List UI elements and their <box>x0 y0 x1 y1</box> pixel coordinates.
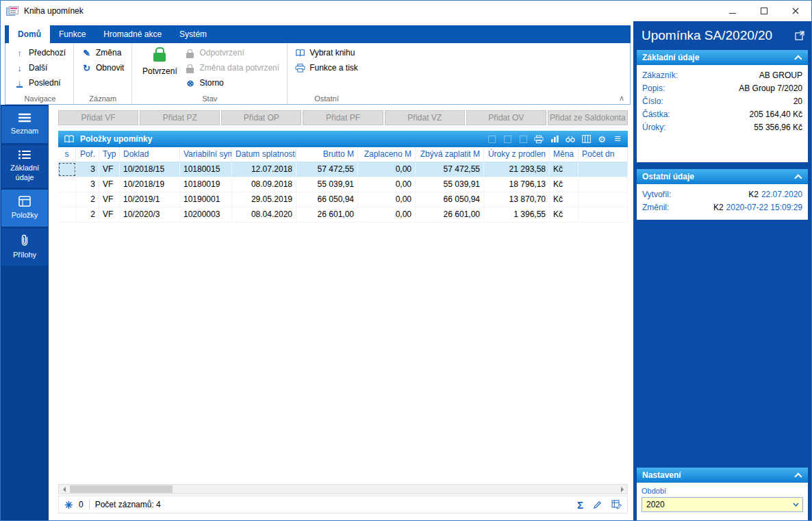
table-cell[interactable]: 10/2020/3 <box>120 207 180 222</box>
vybrat-knihu-button[interactable]: Vybrat knihu <box>292 45 361 60</box>
table-cell[interactable]: VF <box>99 192 120 207</box>
table-cell[interactable] <box>579 177 628 192</box>
table-row[interactable]: 2 VF 10/2020/3 10200003 08.04.2020 26 60… <box>58 207 628 223</box>
obdobi-combobox[interactable]: 2020 <box>642 497 803 512</box>
scrollbar-thumb[interactable] <box>70 485 173 493</box>
table-cell[interactable]: 21 293,58 <box>484 162 550 177</box>
tab-funkce[interactable]: Funkce <box>50 25 94 43</box>
table-cell[interactable]: 66 050,94 <box>416 192 484 207</box>
print-icon[interactable] <box>534 134 544 144</box>
combo-dropdown-button[interactable] <box>789 498 802 511</box>
column-header-zbyva-zaplatit-m[interactable]: Zbývá zaplatit M <box>416 147 484 162</box>
table-cell[interactable]: 3 <box>76 162 99 177</box>
minimize-button[interactable] <box>717 1 748 21</box>
table-cell[interactable]: 0,00 <box>358 207 416 222</box>
horizontal-scrollbar[interactable] <box>58 484 628 494</box>
table-cell[interactable] <box>58 177 76 192</box>
table-cell[interactable]: 3 <box>76 177 99 192</box>
chart-icon[interactable] <box>550 134 559 144</box>
table-cell[interactable]: VF <box>99 177 120 192</box>
table-cell[interactable]: 10180019 <box>180 177 232 192</box>
table-cell[interactable]: 10180015 <box>180 162 232 177</box>
table-cell[interactable]: 10/2018/19 <box>120 177 180 192</box>
table-cell[interactable]: 0,00 <box>358 162 416 177</box>
scroll-right-arrow[interactable] <box>617 485 627 494</box>
predchozi-button[interactable]: ↑ Předchozí <box>12 45 68 60</box>
funkce-a-tisk-button[interactable]: Funkce a tisk <box>292 60 361 75</box>
table-cell[interactable] <box>58 192 76 207</box>
table-row[interactable]: 3 VF 10/2018/19 10180019 08.09.2018 55 0… <box>58 177 628 192</box>
table-cell[interactable]: 29.05.2019 <box>232 192 296 207</box>
table-cell[interactable]: VF <box>99 162 120 177</box>
table-cell[interactable]: Kč <box>550 192 579 207</box>
table-cell[interactable] <box>579 192 628 207</box>
column-header-doklad[interactable]: Doklad <box>120 147 180 162</box>
column-header-uroky-z-prodleni[interactable]: Úroky z prodlen <box>484 147 550 162</box>
sum-icon[interactable]: Σ <box>577 499 583 511</box>
table-cell[interactable] <box>58 207 76 222</box>
column-header-variabilni-symbol[interactable]: Variabilní sym <box>180 147 232 162</box>
column-header-pocet-dnu[interactable]: Počet dn <box>579 147 628 162</box>
edit-pencil-icon[interactable] <box>593 500 602 509</box>
table-cell[interactable]: 57 472,55 <box>296 162 358 177</box>
zmena-button[interactable]: ✎ Změna <box>79 45 127 60</box>
table-cell[interactable]: VF <box>99 207 120 222</box>
columns-icon[interactable] <box>581 134 591 144</box>
table-cell[interactable]: 0,00 <box>358 177 416 192</box>
table-cell[interactable]: Kč <box>550 177 579 192</box>
column-header-s[interactable]: s <box>58 147 76 162</box>
tab-domu[interactable]: Domů <box>9 25 50 43</box>
table-cell[interactable]: 08.09.2018 <box>232 177 296 192</box>
column-header-por[interactable]: Poř. <box>76 147 99 162</box>
sidebar-item-zakladni-udaje[interactable]: Základní údaje <box>1 145 48 188</box>
section-header[interactable]: Ostatní údaje <box>637 169 808 184</box>
table-cell[interactable] <box>58 162 76 177</box>
table-cell[interactable]: 10200003 <box>180 207 232 222</box>
table-cell[interactable]: 26 601,00 <box>296 207 358 222</box>
posledni-button[interactable]: ↓ Poslední <box>12 75 68 90</box>
table-cell[interactable]: 2 <box>76 207 99 222</box>
maximize-button[interactable] <box>748 1 780 21</box>
binoculars-search-icon[interactable] <box>566 134 575 144</box>
table-cell[interactable]: 55 039,91 <box>296 177 358 192</box>
column-header-datum-splatnosti[interactable]: Datum splatnosti <box>232 147 296 162</box>
chevron-up-icon[interactable] <box>794 472 802 480</box>
column-header-zaplaceno-m[interactable]: Zaplaceno M <box>358 147 416 162</box>
section-header[interactable]: Nastavení <box>637 468 808 483</box>
close-button[interactable] <box>780 1 811 21</box>
section-header[interactable]: Základní údaje <box>637 50 808 65</box>
scroll-left-arrow[interactable] <box>59 485 69 494</box>
table-cell[interactable]: 66 050,94 <box>296 192 358 207</box>
table-cell[interactable]: 12.07.2018 <box>232 162 296 177</box>
tab-hromadne-akce[interactable]: Hromadné akce <box>94 25 170 43</box>
table-cell[interactable]: 2 <box>76 192 99 207</box>
gear-icon[interactable]: ⚙ <box>597 134 607 144</box>
storno-button[interactable]: ⊗ Storno <box>182 75 282 90</box>
table-cell[interactable]: 10/2018/15 <box>120 162 180 177</box>
obnovit-button[interactable]: ↻ Obnovit <box>79 60 127 75</box>
table-cell[interactable]: 10/2019/1 <box>120 192 180 207</box>
table-cell[interactable]: 26 601,00 <box>416 207 484 222</box>
table-cell[interactable]: 1 396,55 <box>484 207 550 222</box>
chevron-up-icon[interactable] <box>794 174 802 181</box>
potvrzeni-button[interactable]: Potvrzení <box>137 45 182 93</box>
open-in-new-window-icon[interactable] <box>795 31 804 42</box>
table-cell[interactable]: 08.04.2020 <box>232 207 296 222</box>
table-cell[interactable] <box>579 162 628 177</box>
ribbon-collapse-button[interactable]: ∧ <box>619 94 624 103</box>
edit-table-icon[interactable] <box>611 500 622 509</box>
sidebar-item-seznam[interactable]: Seznam <box>1 106 48 143</box>
table-row[interactable]: 2 VF 10/2019/1 10190001 29.05.2019 66 05… <box>58 192 628 207</box>
column-header-typ[interactable]: Typ <box>99 147 120 162</box>
sidebar-item-prilohy[interactable]: Přílohy <box>1 229 48 266</box>
table-cell[interactable]: 57 472,55 <box>416 162 484 177</box>
dalsi-button[interactable]: ↓ Další <box>12 60 68 75</box>
table-cell[interactable]: 10190001 <box>180 192 232 207</box>
table-cell[interactable]: 18 796,13 <box>484 177 550 192</box>
table-cell[interactable] <box>579 207 628 222</box>
table-row[interactable]: 3 VF 10/2018/15 10180015 12.07.2018 57 4… <box>58 162 628 177</box>
table-cell[interactable]: 55 039,91 <box>416 177 484 192</box>
table-cell[interactable]: Kč <box>550 207 579 222</box>
menu-icon[interactable]: ≡ <box>613 134 622 144</box>
column-header-mena[interactable]: Měna <box>550 147 579 162</box>
